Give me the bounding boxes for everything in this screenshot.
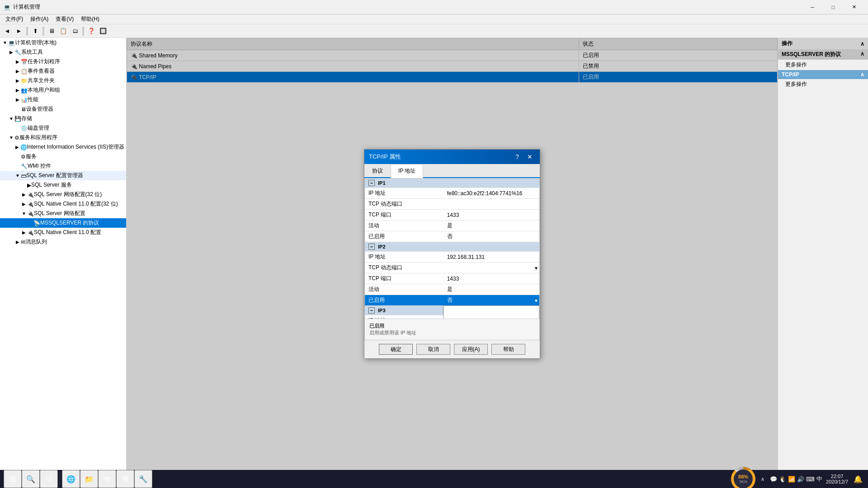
- dropdown-yes[interactable]: 是: [444, 306, 539, 317]
- sidebar-item-sqlsvc[interactable]: ▶ ▶ SQL Server 服务: [0, 180, 126, 190]
- sidebar-item-msgqueue[interactable]: ▶ ✉ 消息队列: [0, 237, 126, 247]
- clock[interactable]: 22:07 2020/12/7: [826, 474, 848, 484]
- toolbar-btn1[interactable]: 🖥: [46, 26, 57, 37]
- tab-ipaddress[interactable]: IP 地址: [391, 164, 423, 178]
- date-display: 2020/12/7: [826, 479, 848, 484]
- cancel-button[interactable]: 取消: [416, 344, 450, 355]
- start-button[interactable]: ⊞: [4, 470, 22, 488]
- task-view-button[interactable]: 🗨: [40, 470, 58, 488]
- menu-file[interactable]: 文件(F): [2, 14, 27, 24]
- ip3-collapse[interactable]: −: [368, 307, 375, 314]
- sidebar-item-perf[interactable]: ▶ 📊 性能: [0, 95, 126, 104]
- iis-icon: 🌐: [20, 144, 27, 150]
- toolbar-forward[interactable]: ►: [14, 26, 24, 37]
- svc-icon: ⚙: [21, 154, 26, 160]
- ip1-address-row: IP 地址 fe80::ac30:e2f2:1404:7741%16: [365, 188, 539, 199]
- sidebar-item-sqlconfig[interactable]: ▼ 🗃 SQL Server 配置管理器: [0, 171, 126, 180]
- device-icon: 🖥: [21, 106, 26, 113]
- sidebar-item-sqlnet[interactable]: ▼ 🔌 SQL Server 网络配置: [0, 209, 126, 218]
- sidebar-item-native32[interactable]: ▶ 🔌 SQL Native Client 11.0 配置(32 位): [0, 199, 126, 209]
- sidebar-item-diskmgr[interactable]: ▶ 💿 磁盘管理: [0, 123, 126, 133]
- taskbar-app1[interactable]: 🔧: [134, 470, 152, 488]
- sidebar-item-taskscheduler[interactable]: ▶ 📅 任务计划程序: [0, 57, 126, 66]
- time-display: 22:07: [831, 474, 844, 479]
- help-button[interactable]: 帮助: [491, 344, 525, 355]
- tray-lang: 中: [816, 475, 822, 483]
- sql-icon: 🗃: [21, 173, 26, 179]
- menu-action[interactable]: 操作(A): [27, 14, 52, 24]
- sidebar-item-sqlnet32[interactable]: ▶ 🔌 SQL Server 网络配置(32 位): [0, 190, 126, 199]
- ok-button[interactable]: 确定: [379, 344, 413, 355]
- ip1-collapse[interactable]: −: [368, 180, 375, 186]
- dialog-content: − IP1 IP 地址 fe80::ac30:e2f2:1404:7741%16: [364, 178, 540, 340]
- menu-view[interactable]: 查看(V): [52, 14, 77, 24]
- close-button[interactable]: ✕: [844, 0, 864, 14]
- dropdown-no[interactable]: 否: [444, 317, 539, 319]
- toolbar-back[interactable]: ◄: [2, 26, 13, 37]
- sidebar-item-systools[interactable]: ▶ 🔧 系统工具: [0, 47, 126, 57]
- apply-button[interactable]: 应用(A): [454, 344, 488, 355]
- maximize-button[interactable]: □: [823, 0, 844, 14]
- right-panel-more-actions-tcpip[interactable]: 更多操作: [778, 79, 868, 89]
- taskbar-edge[interactable]: 🌐: [62, 470, 80, 488]
- minimize-button[interactable]: ─: [802, 0, 823, 14]
- right-panel-more-actions-mssql[interactable]: 更多操作: [778, 60, 868, 70]
- toolbar-btn3[interactable]: 🗂: [70, 26, 80, 37]
- sidebar-item-svc[interactable]: ▶ ⚙ 服务: [0, 152, 126, 161]
- footer-desc: 启用或禁用该 IP 地址: [369, 329, 535, 336]
- ip2-enabled-row-selected[interactable]: 已启用 否 ▼ 是 否: [365, 295, 539, 306]
- dialog-close-button[interactable]: ✕: [524, 152, 535, 161]
- ip2-address-row: IP 地址 192.168.31.131: [365, 252, 539, 263]
- toolbar-btn5[interactable]: 🔲: [98, 26, 108, 37]
- taskbar-cmd[interactable]: 🖥: [116, 470, 134, 488]
- right-panel-expand-icon[interactable]: ∧: [860, 41, 864, 47]
- sidebar-item-localusers[interactable]: ▶ 👥 本地用户和组: [0, 85, 126, 95]
- ip2-collapse[interactable]: −: [368, 244, 375, 250]
- ip-table: − IP1 IP 地址 fe80::ac30:e2f2:1404:7741%16: [365, 178, 539, 319]
- toolbar-btn4[interactable]: ❓: [86, 26, 97, 37]
- sidebar-item-devmgr[interactable]: ▶ 🖥 设备管理器: [0, 104, 126, 114]
- toolbar: ◄ ► ⬆ 🖥 📋 🗂 ❓ 🔲: [0, 24, 868, 38]
- tcpip-section-expand-icon[interactable]: ∧: [860, 71, 864, 78]
- section-expand-icon[interactable]: ∧: [860, 51, 864, 58]
- ip1-section-header[interactable]: − IP1: [365, 178, 539, 188]
- progress-circle: 88% 3K/s: [731, 467, 755, 488]
- tray-expand[interactable]: ∧: [761, 476, 764, 482]
- ip2-section-header[interactable]: − IP2: [365, 242, 539, 252]
- storage-icon: 💾: [14, 116, 21, 122]
- expand-icon[interactable]: ▼: [2, 40, 8, 45]
- sidebar-item-native2[interactable]: ▶ 🔌 SQL Native Client 11.0 配置: [0, 228, 126, 237]
- taskbar-explorer[interactable]: 📁: [80, 470, 98, 488]
- app-title: 计算机管理: [13, 3, 40, 11]
- notification-button[interactable]: 🔔: [852, 475, 864, 483]
- users-icon: 👥: [21, 87, 28, 94]
- sidebar-item-eventviewer[interactable]: ▶ 📋 事件查看器: [0, 66, 126, 76]
- sidebar-item-sharedfolder[interactable]: ▶ 📁 共享文件夹: [0, 76, 126, 85]
- enabled-dropdown-arrow[interactable]: ▼: [534, 298, 538, 303]
- enabled-dropdown: 是 否: [443, 305, 539, 319]
- footer-label: 已启用: [369, 323, 535, 329]
- sidebar-item-wmi[interactable]: ▶ 🔧 WMI 控件: [0, 161, 126, 171]
- toolbar-up[interactable]: ⬆: [30, 26, 41, 37]
- title-bar: 💻 计算机管理 ─ □ ✕: [0, 0, 868, 14]
- progress-inner: 88% 3K/s: [734, 469, 753, 488]
- menu-help[interactable]: 帮助(H): [77, 14, 103, 24]
- tools-icon: 🔧: [14, 49, 21, 56]
- computer-icon: 💻: [8, 40, 15, 46]
- content-area: 协议名称 状态 🔌 Shared Memory 已启用 🔌 Named Pipe…: [127, 38, 778, 470]
- toolbar-btn2[interactable]: 📋: [58, 26, 69, 37]
- sidebar-item-mssqlserver[interactable]: ▶ 📡 MSSQLSERVER 的协议: [0, 218, 126, 228]
- taskbar-store[interactable]: 🛍: [98, 470, 116, 488]
- sidebar-item-iis[interactable]: ▶ 🌐 Internet Information Services (IIS)管…: [0, 142, 126, 152]
- tab-protocol[interactable]: 协议: [364, 164, 391, 178]
- ip-scroll-area[interactable]: − IP1 IP 地址 fe80::ac30:e2f2:1404:7741%16: [365, 178, 539, 319]
- disk-icon: 💿: [21, 125, 28, 131]
- wmi-icon: 🔧: [21, 163, 28, 169]
- dialog-help-button[interactable]: ?: [512, 152, 523, 161]
- dynport-dropdown-arrow[interactable]: ▼: [534, 265, 538, 270]
- sidebar-item-root[interactable]: ▼ 💻 计算机管理(本地): [0, 38, 126, 47]
- menu-bar: 文件(F) 操作(A) 查看(V) 帮助(H): [0, 14, 868, 24]
- sidebar-item-services[interactable]: ▼ ⚙ 服务和应用程序: [0, 133, 126, 142]
- sidebar-item-storage[interactable]: ▼ 💾 存储: [0, 114, 126, 123]
- search-button[interactable]: 🔍: [22, 470, 40, 488]
